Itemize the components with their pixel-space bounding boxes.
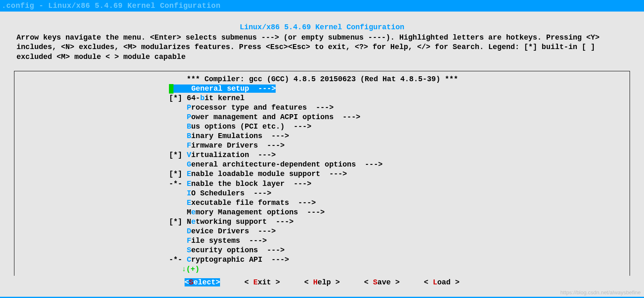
watermark: https://blog.csdn.net/alwaysbefine: [560, 289, 641, 296]
hotkey: e: [191, 208, 196, 216]
menu-item[interactable]: [*] Enable loadable module support --->: [14, 169, 630, 179]
hotkey: F: [187, 141, 191, 150]
menu-item[interactable]: File systems --->: [14, 236, 630, 246]
menu-item[interactable]: Memory Management options --->: [14, 208, 630, 217]
hotkey: V: [187, 151, 191, 159]
button-bar: <Select> < Exit > < Help > < Save > < Lo…: [0, 277, 644, 288]
menu-item[interactable]: Binary Emulations --->: [14, 131, 630, 141]
config-header: Linux/x86 5.4.69 Kernel Configuration Ar…: [0, 12, 644, 63]
menu-list: General setup --->[*] 64-bit kernel Proc…: [14, 84, 630, 265]
hotkey: G: [191, 84, 196, 93]
menu-item[interactable]: [*] Virtualization --->: [14, 150, 630, 160]
hotkey: E: [187, 180, 191, 188]
menu-box[interactable]: *** Compiler: gcc (GCC) 4.8.5 20150623 (…: [14, 71, 630, 276]
hotkey: I: [187, 189, 191, 197]
load-button[interactable]: < Load >: [424, 278, 459, 286]
save-button[interactable]: < Save >: [364, 278, 400, 286]
hotkey: b: [200, 94, 205, 102]
compiler-info: *** Compiler: gcc (GCC) 4.8.5 20150623 (…: [14, 75, 630, 84]
select-button[interactable]: <Select>: [185, 278, 220, 286]
menu-item[interactable]: Processor type and features --->: [14, 103, 630, 113]
hotkey: P: [187, 103, 191, 112]
hotkey: B: [187, 132, 191, 140]
hotkey: G: [187, 160, 191, 169]
help-text: Arrow keys navigate the menu. <Enter> se…: [0, 32, 644, 63]
selected-label: General setup --->: [173, 84, 276, 93]
menu-item[interactable]: Power management and ACPI options --->: [14, 113, 630, 122]
menu-item[interactable]: Firmware Drivers --->: [14, 141, 630, 150]
menu-item[interactable]: Bus options (PCI etc.) --->: [14, 122, 630, 131]
hotkey: P: [187, 113, 191, 121]
menu-item[interactable]: General setup --->: [14, 84, 630, 94]
more-indicator: ↓(+): [14, 265, 630, 274]
menu-item[interactable]: [*] Networking support --->: [14, 217, 630, 227]
exit-button[interactable]: < Exit >: [244, 278, 280, 286]
hotkey: e: [191, 218, 196, 226]
menu-item[interactable]: -*- Enable the block layer --->: [14, 179, 630, 189]
title-bar: .config - Linux/x86 5.4.69 Kernel Config…: [0, 0, 644, 12]
menu-item[interactable]: Security options --->: [14, 246, 630, 255]
hotkey: B: [187, 122, 191, 131]
title-text: .config - Linux/x86 5.4.69 Kernel Config…: [2, 2, 220, 10]
menu-item[interactable]: IO Schedulers --->: [14, 189, 630, 198]
menu-item[interactable]: [*] 64-bit kernel: [14, 94, 630, 103]
menu-item[interactable]: General architecture-dependent options -…: [14, 160, 630, 169]
hotkey: S: [187, 246, 191, 254]
hotkey: C: [187, 256, 191, 264]
menu-item[interactable]: Executable file formats --->: [14, 198, 630, 208]
cursor-icon: [169, 84, 173, 94]
help-button[interactable]: < Help >: [304, 278, 340, 286]
hotkey: F: [187, 237, 191, 245]
hotkey: E: [187, 170, 191, 178]
menu-item[interactable]: -*- Cryptographic API --->: [14, 255, 630, 265]
hotkey: D: [187, 227, 191, 235]
menu-item[interactable]: Device Drivers --->: [14, 227, 630, 236]
hotkey: E: [187, 199, 191, 207]
config-title: Linux/x86 5.4.69 Kernel Configuration: [0, 22, 644, 32]
